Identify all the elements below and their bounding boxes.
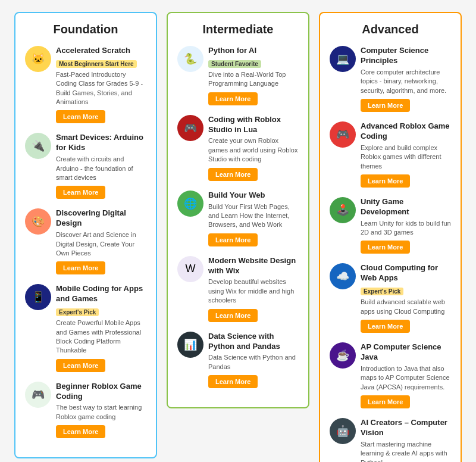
course-badge-cloud-computing: Expert's Pick (361, 288, 403, 295)
course-content-build-web: Build Your WebBuild Your First Web Pages… (208, 191, 299, 246)
learn-more-btn-cs-principles[interactable]: Learn More (361, 99, 410, 112)
course-desc-ap-java: Introduction to Java that also maps to A… (361, 364, 451, 392)
column-foundation: Foundation🐱Accelerated ScratchMost Begin… (14, 12, 157, 458)
course-title-smart-devices: Smart Devices: Arduino for Kids (56, 133, 146, 153)
learn-more-btn-build-web[interactable]: Learn More (208, 233, 258, 246)
course-title-roblox-lua: Coding with Roblox Studio in Lua (208, 115, 299, 135)
course-desc-build-web: Build Your First Web Pages, and Learn Ho… (208, 202, 299, 230)
course-icon-mobile-coding: 📱 (25, 284, 51, 310)
learn-more-btn-data-science[interactable]: Learn More (208, 375, 258, 388)
course-content-roblox-beginner: Beginner Roblox Game CodingThe best way … (56, 382, 146, 439)
course-item-roblox-advanced: 🎮Advanced Roblox Game CodingExplore and … (330, 121, 451, 188)
course-icon-ap-java: ☕ (330, 342, 356, 369)
course-icon-cs-principles: 💻 (330, 46, 356, 72)
course-desc-cs-principles: Core computer architecture topics - bina… (361, 68, 451, 95)
course-desc-roblox-beginner: The best way to start learning Roblox ga… (56, 403, 146, 422)
learn-more-btn-accelerated-scratch[interactable]: Learn More (56, 110, 105, 123)
course-content-cloud-computing: Cloud Computing for Web AppsExpert's Pic… (361, 263, 451, 333)
course-desc-digital-design: Discover Art and Science in Digital Desi… (56, 230, 146, 258)
learn-more-btn-unity[interactable]: Learn More (361, 241, 410, 254)
course-icon-accelerated-scratch: 🐱 (25, 46, 51, 72)
column-advanced: Advanced💻Computer Science PrinciplesCore… (319, 12, 462, 462)
learn-more-btn-smart-devices[interactable]: Learn More (56, 186, 105, 199)
course-item-smart-devices: 🔌Smart Devices: Arduino for KidsCreate w… (25, 133, 146, 199)
course-title-mobile-coding: Mobile Coding for Apps and Games (56, 284, 146, 304)
course-icon-roblox-beginner: 🎮 (25, 382, 51, 408)
course-badge-python-ai: Student Favorite (208, 60, 261, 68)
course-icon-python-ai: 🐍 (177, 46, 203, 72)
learn-more-btn-roblox-lua[interactable]: Learn More (208, 168, 258, 181)
course-item-roblox-lua: 🎮Coding with Roblox Studio in LuaCreate … (177, 115, 299, 181)
course-title-cloud-computing: Cloud Computing for Web Apps (361, 263, 451, 283)
course-title-wix: Modern Website Design with Wix (208, 256, 299, 276)
course-desc-mobile-coding: Create Powerful Mobile Apps and Games wi… (56, 319, 146, 355)
course-item-data-science: 📊Data Science with Python and PandasData… (177, 332, 299, 389)
column-intermediate: Intermediate🐍Python for AIStudent Favori… (167, 12, 309, 408)
course-item-python-ai: 🐍Python for AIStudent FavoriteDive into … (177, 46, 299, 105)
course-content-wix: Modern Website Design with WixDevelop be… (208, 256, 299, 322)
course-content-roblox-lua: Coding with Roblox Studio in LuaCreate y… (208, 115, 299, 181)
course-icon-unity: 🕹️ (330, 197, 356, 223)
course-title-accelerated-scratch: Accelerated Scratch (56, 46, 146, 56)
course-desc-accelerated-scratch: Fast-Paced Introductory Coding Class for… (56, 70, 146, 107)
learn-more-btn-roblox-beginner[interactable]: Learn More (56, 425, 105, 438)
course-item-mobile-coding: 📱Mobile Coding for Apps and GamesExpert'… (25, 284, 146, 372)
course-title-roblox-beginner: Beginner Roblox Game Coding (56, 382, 146, 402)
course-title-roblox-advanced: Advanced Roblox Game Coding (361, 121, 451, 142)
course-content-unity: Unity Game DevelopmentLearn Unity for ki… (361, 197, 451, 254)
course-item-unity: 🕹️Unity Game DevelopmentLearn Unity for … (330, 197, 451, 254)
course-content-ap-java: AP Computer Science JavaIntroduction to … (361, 342, 451, 408)
course-desc-unity: Learn Unity for kids to build fun 2D and… (361, 219, 451, 238)
learn-more-btn-ap-java[interactable]: Learn More (361, 395, 410, 408)
course-item-build-web: 🌐Build Your WebBuild Your First Web Page… (177, 191, 299, 246)
columns-container: Foundation🐱Accelerated ScratchMost Begin… (12, 12, 464, 462)
course-icon-data-science: 📊 (177, 332, 203, 358)
course-icon-cloud-computing: ☁️ (330, 263, 356, 289)
course-icon-roblox-advanced: 🎮 (330, 121, 356, 148)
learn-more-btn-roblox-advanced[interactable]: Learn More (361, 174, 410, 188)
course-item-cs-principles: 💻Computer Science PrinciplesCore compute… (330, 46, 451, 112)
learn-more-btn-digital-design[interactable]: Learn More (56, 261, 105, 274)
course-icon-build-web: 🌐 (177, 191, 203, 217)
course-icon-ai-vision: 🤖 (330, 418, 356, 444)
course-item-wix: WModern Website Design with WixDevelop b… (177, 256, 299, 322)
course-item-ai-vision: 🤖AI Creators – Computer VisionStart mast… (330, 418, 451, 462)
course-title-unity: Unity Game Development (361, 197, 451, 217)
course-badge-accelerated-scratch: Most Beginners Start Here (56, 60, 137, 68)
course-desc-roblox-lua: Create your own Roblox games and world u… (208, 136, 299, 164)
course-item-accelerated-scratch: 🐱Accelerated ScratchMost Beginners Start… (25, 46, 146, 123)
course-title-python-ai: Python for AI (208, 46, 299, 56)
course-content-accelerated-scratch: Accelerated ScratchMost Beginners Start … (56, 46, 146, 123)
course-content-ai-vision: AI Creators – Computer VisionStart maste… (361, 418, 451, 462)
course-title-cs-principles: Computer Science Principles (361, 46, 451, 66)
course-item-digital-design: 🎨Discovering Digital DesignDiscover Art … (25, 208, 146, 274)
course-icon-smart-devices: 🔌 (25, 133, 51, 159)
learn-more-btn-mobile-coding[interactable]: Learn More (56, 359, 105, 372)
course-desc-python-ai: Dive into a Real-World Top Programming L… (208, 70, 299, 89)
course-desc-ai-vision: Start mastering machine learning & creat… (361, 440, 451, 462)
course-title-build-web: Build Your Web (208, 191, 299, 201)
learn-more-btn-cloud-computing[interactable]: Learn More (361, 320, 410, 333)
course-content-data-science: Data Science with Python and PandasData … (208, 332, 299, 389)
course-title-ai-vision: AI Creators – Computer Vision (361, 418, 451, 438)
course-content-mobile-coding: Mobile Coding for Apps and GamesExpert's… (56, 284, 146, 372)
course-badge-mobile-coding: Expert's Pick (56, 308, 99, 316)
learn-more-btn-wix[interactable]: Learn More (208, 309, 258, 322)
course-desc-data-science: Data Science with Python and Pandas (208, 353, 299, 372)
course-content-smart-devices: Smart Devices: Arduino for KidsCreate wi… (56, 133, 146, 199)
course-content-cs-principles: Computer Science PrinciplesCore computer… (361, 46, 451, 112)
course-icon-wix: W (177, 256, 203, 282)
course-title-ap-java: AP Computer Science Java (361, 342, 451, 363)
course-content-digital-design: Discovering Digital DesignDiscover Art a… (56, 208, 146, 274)
course-content-roblox-advanced: Advanced Roblox Game CodingExplore and b… (361, 121, 451, 188)
course-title-data-science: Data Science with Python and Pandas (208, 332, 299, 352)
course-desc-wix: Develop beautiful websites using Wix for… (208, 277, 299, 305)
course-title-digital-design: Discovering Digital Design (56, 208, 146, 229)
course-desc-smart-devices: Create with circuits and Arduino - the f… (56, 155, 146, 182)
column-title-intermediate: Intermediate (177, 23, 299, 36)
column-title-advanced: Advanced (330, 23, 451, 36)
course-icon-digital-design: 🎨 (25, 208, 51, 235)
course-item-ap-java: ☕AP Computer Science JavaIntroduction to… (330, 342, 451, 408)
learn-more-btn-python-ai[interactable]: Learn More (208, 92, 258, 105)
column-title-foundation: Foundation (25, 23, 146, 36)
